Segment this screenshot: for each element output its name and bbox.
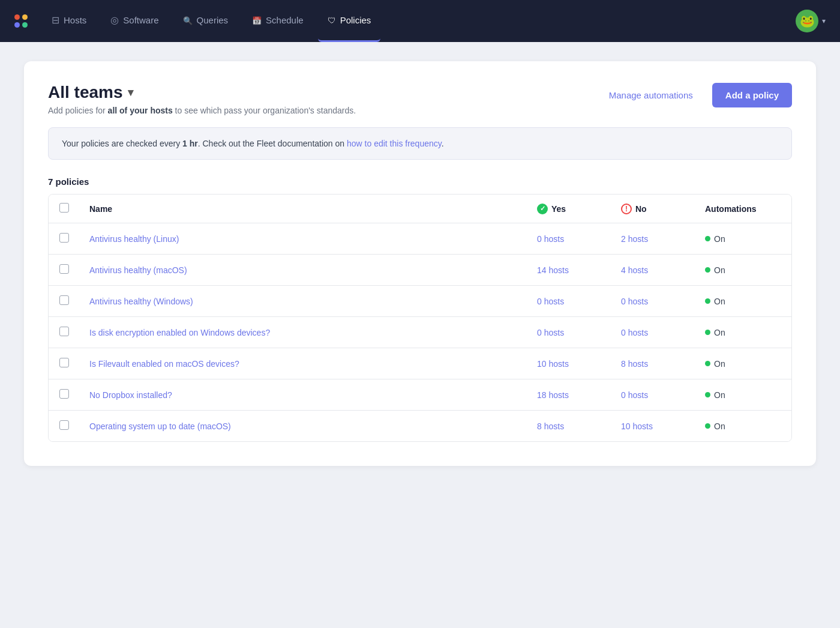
automation-label-0: On	[714, 234, 725, 244]
yes-count-2[interactable]: 0 hosts	[537, 297, 564, 306]
no-count-0[interactable]: 2 hosts	[621, 234, 648, 244]
row-name-cell: Is disk encryption enabled on Windows de…	[80, 317, 527, 348]
table-row: Antivirus healthy (macOS) 14 hosts 4 hos…	[49, 255, 791, 286]
automation-dot-0	[705, 236, 710, 241]
banner-text-before: Your policies are checked every	[62, 139, 182, 148]
row-checkbox-3[interactable]	[59, 327, 69, 336]
row-checkbox-cell	[49, 348, 80, 379]
policies-table-body: Antivirus healthy (Linux) 0 hosts 2 host…	[49, 223, 791, 442]
row-checkbox-6[interactable]	[59, 420, 69, 430]
row-automation-cell: On	[695, 348, 791, 379]
software-icon	[110, 14, 119, 26]
queries-icon	[183, 15, 193, 26]
row-automation-cell: On	[695, 223, 791, 255]
nav-item-schedule[interactable]: Schedule	[242, 0, 313, 42]
table-row: Antivirus healthy (Linux) 0 hosts 2 host…	[49, 223, 791, 255]
avatar: 🐸	[796, 10, 818, 32]
table-row: No Dropbox installed? 18 hosts 0 hosts O…	[49, 379, 791, 411]
header-yes-label: Yes	[551, 204, 566, 214]
nav-item-software[interactable]: Software	[101, 0, 168, 42]
row-checkbox-cell	[49, 223, 80, 255]
page-title-text: All teams	[48, 83, 123, 102]
no-count-6[interactable]: 10 hosts	[621, 421, 653, 431]
header-actions: Manage automations Add a policy	[599, 83, 792, 107]
row-checkbox-cell	[49, 255, 80, 286]
automation-label-1: On	[714, 265, 725, 275]
yes-check-icon: ✓	[537, 204, 548, 214]
automation-status-4: On	[705, 359, 782, 369]
header-no-label: No	[635, 204, 647, 214]
automation-status-1: On	[705, 265, 782, 275]
row-no-cell: 10 hosts	[611, 411, 695, 442]
automation-label-6: On	[714, 421, 725, 431]
automation-status-0: On	[705, 234, 782, 244]
automation-label-5: On	[714, 390, 725, 400]
row-checkbox-cell	[49, 411, 80, 442]
main-content: All teams ▾ Add policies for all of your…	[0, 42, 840, 628]
add-policy-button[interactable]: Add a policy	[712, 83, 792, 107]
row-automation-cell: On	[695, 411, 791, 442]
policy-link-5[interactable]: No Dropbox installed?	[89, 390, 172, 400]
page-subtitle: Add policies for all of your hosts to se…	[48, 106, 356, 115]
no-count-5[interactable]: 0 hosts	[621, 390, 648, 400]
policy-link-6[interactable]: Operating system up to date (macOS)	[89, 421, 231, 431]
row-checkbox-2[interactable]	[59, 295, 69, 305]
row-checkbox-1[interactable]	[59, 264, 69, 274]
select-all-checkbox[interactable]	[59, 203, 69, 213]
yes-count-0[interactable]: 0 hosts	[537, 234, 564, 244]
automation-status-6: On	[705, 421, 782, 431]
teams-dropdown-icon[interactable]: ▾	[128, 86, 133, 99]
policy-link-4[interactable]: Is Filevault enabled on macOS devices?	[89, 359, 239, 369]
no-warning-icon: !	[621, 204, 632, 214]
automation-status-2: On	[705, 297, 782, 306]
nav-label-software: Software	[123, 15, 158, 25]
yes-count-6[interactable]: 8 hosts	[537, 421, 564, 431]
automation-dot-3	[705, 330, 710, 335]
row-checkbox-4[interactable]	[59, 358, 69, 367]
yes-count-5[interactable]: 18 hosts	[537, 390, 569, 400]
row-yes-cell: 18 hosts	[527, 379, 611, 411]
user-menu[interactable]: 🐸 ▾	[796, 10, 826, 32]
automation-dot-2	[705, 298, 710, 304]
automation-label-2: On	[714, 297, 725, 306]
yes-count-4[interactable]: 10 hosts	[537, 359, 569, 369]
no-count-2[interactable]: 0 hosts	[621, 297, 648, 306]
row-name-cell: Is Filevault enabled on macOS devices?	[80, 348, 527, 379]
manage-automations-button[interactable]: Manage automations	[599, 84, 703, 106]
table-header: Name ✓ Yes ! No	[49, 195, 791, 223]
policy-link-2[interactable]: Antivirus healthy (Windows)	[89, 297, 193, 306]
automation-dot-4	[705, 361, 710, 366]
hosts-icon	[52, 14, 59, 26]
row-yes-cell: 14 hosts	[527, 255, 611, 286]
nav-item-policies[interactable]: Policies	[318, 0, 381, 42]
no-count-3[interactable]: 0 hosts	[621, 328, 648, 337]
row-checkbox-5[interactable]	[59, 389, 69, 399]
row-name-cell: Antivirus healthy (Linux)	[80, 223, 527, 255]
policies-count: 7 policies	[48, 177, 792, 187]
row-checkbox-cell	[49, 286, 80, 317]
nav-item-queries[interactable]: Queries	[173, 0, 238, 42]
row-automation-cell: On	[695, 255, 791, 286]
banner-bold: 1 hr	[182, 139, 198, 148]
policy-link-1[interactable]: Antivirus healthy (macOS)	[89, 265, 187, 275]
nav-label-hosts: Hosts	[64, 15, 86, 25]
automation-dot-5	[705, 392, 710, 397]
header-automations[interactable]: Automations	[695, 195, 791, 223]
subtitle-before: Add policies for	[48, 106, 108, 115]
policy-link-0[interactable]: Antivirus healthy (Linux)	[89, 234, 179, 244]
header-name[interactable]: Name	[80, 195, 527, 223]
logo-dots	[14, 14, 28, 28]
nav-label-policies: Policies	[340, 15, 371, 25]
row-checkbox-cell	[49, 317, 80, 348]
table-row: Operating system up to date (macOS) 8 ho…	[49, 411, 791, 442]
no-count-1[interactable]: 4 hosts	[621, 265, 648, 275]
row-no-cell: 0 hosts	[611, 317, 695, 348]
policy-link-3[interactable]: Is disk encryption enabled on Windows de…	[89, 328, 270, 337]
banner-link[interactable]: how to edit this frequency	[347, 139, 442, 148]
row-checkbox-0[interactable]	[59, 233, 69, 243]
no-count-4[interactable]: 8 hosts	[621, 359, 648, 369]
yes-count-3[interactable]: 0 hosts	[537, 328, 564, 337]
yes-count-1[interactable]: 14 hosts	[537, 265, 569, 275]
banner-text-after: . Check out the Fleet documentation on	[198, 139, 347, 148]
nav-item-hosts[interactable]: Hosts	[42, 0, 96, 42]
